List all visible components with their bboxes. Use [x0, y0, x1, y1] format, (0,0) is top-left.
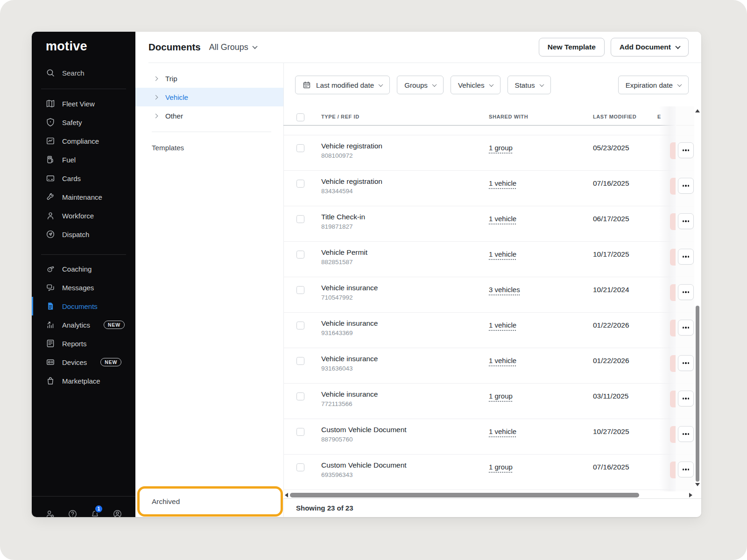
scroll-left-arrow[interactable]	[285, 493, 288, 497]
filter-vehicles[interactable]: Vehicles	[451, 76, 500, 94]
shared-with-link[interactable]: 3 vehicles	[489, 286, 520, 294]
expiration-status-flag	[670, 249, 676, 266]
table-row[interactable]: Vehicle registration808100972 1 group 05…	[283, 135, 701, 171]
row-actions-button[interactable]	[678, 355, 694, 371]
filter-status[interactable]: Status	[507, 76, 551, 94]
row-checkbox[interactable]	[296, 322, 304, 329]
shared-with-link[interactable]: 1 vehicle	[489, 179, 516, 187]
filter-expiration-date[interactable]: Expiration date	[618, 76, 689, 94]
row-actions-button[interactable]	[678, 213, 694, 229]
sidebar-item-dispatch[interactable]: Dispatch	[32, 225, 135, 244]
row-checkbox[interactable]	[296, 251, 304, 259]
new-badge: NEW	[100, 358, 121, 367]
shared-with-link[interactable]: 1 group	[489, 144, 513, 152]
doc-type-other[interactable]: Other	[135, 106, 283, 125]
select-all-checkbox[interactable]	[296, 113, 304, 121]
row-actions-button[interactable]	[678, 391, 694, 406]
table-row[interactable]: Vehicle registration834344594 1 vehicle …	[283, 171, 701, 206]
chevron-down-icon	[539, 82, 544, 87]
horizontal-scrollbar[interactable]	[283, 491, 694, 498]
filter-label: Vehicles	[458, 81, 485, 89]
add-document-button[interactable]: Add Document	[611, 38, 689, 56]
sidebar-item-marketplace[interactable]: Marketplace	[32, 371, 135, 390]
notifications-button[interactable]: 1	[90, 509, 100, 518]
row-checkbox[interactable]	[296, 215, 304, 223]
row-checkbox[interactable]	[296, 286, 304, 294]
shared-with-link[interactable]: 1 vehicle	[489, 357, 516, 364]
help-button[interactable]	[68, 509, 78, 518]
row-actions-button[interactable]	[678, 142, 694, 158]
doc-ref-id: 710547992	[321, 294, 378, 301]
templates-link[interactable]: Templates	[152, 144, 184, 152]
shared-with-link[interactable]: 1 vehicle	[489, 321, 516, 329]
doc-type: Vehicle insurance	[321, 390, 378, 399]
row-actions-button[interactable]	[678, 320, 694, 336]
doc-type: Vehicle insurance	[321, 284, 378, 292]
table-row[interactable]: Vehicle insurance710547992 3 vehicles 10…	[283, 277, 701, 313]
row-actions-button[interactable]	[678, 249, 694, 265]
sidebar-item-safety[interactable]: Safety	[32, 113, 135, 132]
row-actions-button[interactable]	[678, 462, 694, 477]
page-header: Documents All Groups	[148, 32, 257, 63]
doc-type-vehicle[interactable]: Vehicle	[135, 88, 283, 106]
row-actions-button[interactable]	[678, 178, 694, 194]
archived-link[interactable]: Archived	[152, 497, 180, 506]
filter-last-modified-date[interactable]: Last modified date	[295, 76, 390, 94]
column-last-modified: LAST MODIFIED	[593, 114, 636, 119]
sidebar-item-compliance[interactable]: Compliance	[32, 132, 135, 150]
scroll-up-arrow[interactable]	[695, 109, 700, 112]
sidebar-item-maintenance[interactable]: Maintenance	[32, 188, 135, 206]
sidebar-item-workforce[interactable]: Workforce	[32, 206, 135, 225]
row-actions-button[interactable]	[678, 284, 694, 300]
row-checkbox[interactable]	[296, 180, 304, 188]
sidebar-item-messages[interactable]: Messages	[32, 278, 135, 297]
last-modified-date: 10/21/2024	[593, 286, 629, 294]
account-button[interactable]	[113, 509, 122, 518]
row-checkbox[interactable]	[296, 357, 304, 365]
sidebar-item-reports[interactable]: Reports	[32, 334, 135, 353]
doc-type: Vehicle registration	[321, 142, 382, 150]
sidebar-item-fleet-view[interactable]: Fleet View	[32, 94, 135, 113]
credit-card-icon	[46, 174, 55, 183]
vertical-scrollbar-thumb[interactable]	[696, 306, 699, 482]
horizontal-scrollbar-thumb[interactable]	[290, 493, 639, 497]
row-actions-button[interactable]	[678, 426, 694, 442]
new-template-button[interactable]: New Template	[539, 38, 605, 56]
table-row[interactable]: Vehicle insurance931643369 1 vehicle 01/…	[283, 313, 701, 348]
table-row[interactable]: Title Check-in819871827 1 vehicle 06/17/…	[283, 206, 701, 242]
chevron-down-icon	[675, 44, 680, 49]
sidebar-item-fuel[interactable]: Fuel	[32, 150, 135, 169]
sidebar-item-coaching[interactable]: Coaching	[32, 259, 135, 278]
row-checkbox[interactable]	[296, 392, 304, 400]
sidebar-item-documents[interactable]: Documents	[32, 297, 135, 315]
row-checkbox[interactable]	[296, 144, 304, 152]
table-row[interactable]: Vehicle Permit882851587 1 vehicle 10/17/…	[283, 242, 701, 277]
row-checkbox[interactable]	[296, 428, 304, 436]
shared-with-link[interactable]: 1 vehicle	[489, 427, 516, 435]
filter-groups[interactable]: Groups	[397, 76, 444, 94]
sidebar-search[interactable]: Search	[32, 63, 135, 82]
scroll-down-arrow[interactable]	[695, 483, 700, 486]
doc-ref-id: 834344594	[321, 188, 382, 195]
sidebar-item-analytics[interactable]: Analytics NEW	[32, 315, 135, 334]
table-row[interactable]: Vehicle insurance772113566 1 group 03/11…	[283, 384, 701, 419]
table-row[interactable]: Custom Vehicle Document887905760 1 vehic…	[283, 419, 701, 455]
sidebar-item-label: Maintenance	[62, 193, 102, 201]
shared-with-link[interactable]: 1 vehicle	[489, 250, 516, 258]
shared-with-link[interactable]: 1 group	[489, 392, 513, 400]
scroll-right-arrow[interactable]	[689, 493, 692, 497]
shared-with-link[interactable]: 1 group	[489, 463, 513, 471]
group-selector[interactable]: All Groups	[209, 42, 257, 52]
sidebar-item-devices[interactable]: Devices NEW	[32, 353, 135, 371]
row-checkbox[interactable]	[296, 463, 304, 471]
doc-type-trip[interactable]: Trip	[135, 69, 283, 88]
whistle-icon	[46, 264, 55, 273]
sidebar-item-cards[interactable]: Cards	[32, 169, 135, 188]
table-row[interactable]: Custom Vehicle Document693596343 1 group…	[283, 455, 701, 490]
shared-with-link[interactable]: 1 vehicle	[489, 215, 516, 223]
filter-label: Last modified date	[316, 81, 374, 89]
last-modified-date: 06/17/2025	[593, 215, 629, 223]
admin-settings-button[interactable]	[45, 509, 55, 518]
table-row[interactable]: Vehicle insurance931636043 1 vehicle 01/…	[283, 348, 701, 384]
expiration-status-flag	[670, 391, 676, 407]
